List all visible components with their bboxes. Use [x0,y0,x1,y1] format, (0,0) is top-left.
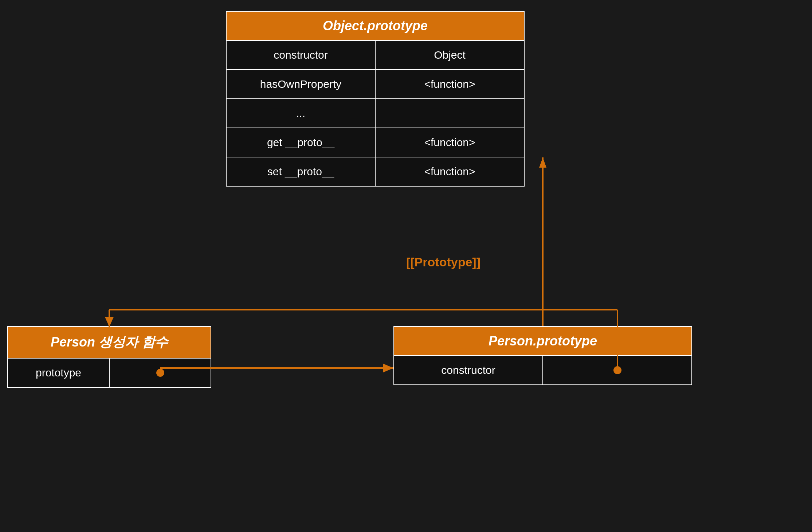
constructor-dot-indicator [613,366,621,374]
cell-constructor-value: Object [375,41,524,69]
prototype-dot-indicator [156,369,164,377]
cell-person-constructor-key: constructor [394,356,542,384]
person-constructor-title: Person 생성자 함수 [8,327,211,358]
cell-hasownproperty-key: hasOwnProperty [227,70,375,98]
person-prototype-box: Person.prototype constructor [393,326,692,385]
person-prototype-title: Person.prototype [394,327,691,355]
cell-hasownproperty-value: <function> [375,70,524,98]
cell-ellipsis-key: ... [227,99,375,128]
cell-constructor-key: constructor [227,41,375,69]
cell-set-proto-value: <function> [375,157,524,186]
cell-prototype-dot [109,359,211,387]
row-person-constructor: constructor [394,355,691,384]
person-constructor-box: Person 생성자 함수 prototype [7,326,211,388]
prototype-chain-label: [[Prototype]] [406,255,480,269]
cell-prototype-key: prototype [8,359,109,387]
row-set-proto: set __proto__ <function> [227,157,524,186]
object-prototype-box: Object.prototype constructor Object hasO… [226,11,525,187]
row-prototype-prop: prototype [8,358,211,387]
row-ellipsis: ... [227,98,524,128]
cell-person-constructor-dot [542,356,691,384]
row-hasownproperty: hasOwnProperty <function> [227,69,524,98]
svg-marker-7 [105,317,114,327]
svg-marker-1 [539,157,546,168]
cell-get-proto-value: <function> [375,128,524,157]
cell-set-proto-key: set __proto__ [227,157,375,186]
object-prototype-title: Object.prototype [227,12,524,40]
row-get-proto: get __proto__ <function> [227,128,524,157]
cell-get-proto-key: get __proto__ [227,128,375,157]
svg-marker-3 [383,364,393,372]
row-constructor: constructor Object [227,40,524,69]
cell-ellipsis-value [375,99,524,128]
diagram-container: Object.prototype constructor Object hasO… [0,0,812,532]
